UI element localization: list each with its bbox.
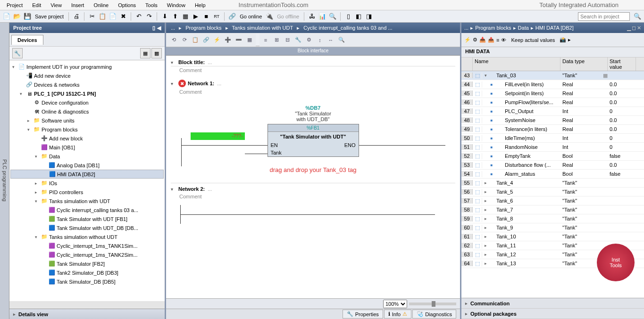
bc-cyclic[interactable]: Cyclic interrupt_calling tanks 03 and ..…: [303, 25, 392, 31]
net2-expand[interactable]: ▾: [171, 187, 178, 192]
tree-item[interactable]: ➕Add new block: [10, 134, 164, 143]
unassigned-tag[interactable]: -???-: [191, 132, 245, 140]
keep-actual-label[interactable]: Keep actual values: [508, 37, 558, 43]
compile-icon[interactable]: ▦: [181, 12, 190, 21]
grid-row[interactable]: 53⬚■Disturbance flow (...Real0.0: [461, 161, 644, 170]
block-title-expand[interactable]: ▾: [171, 60, 178, 65]
cut-icon[interactable]: ✂: [87, 12, 97, 21]
minimize-icon[interactable]: ▁: [627, 25, 631, 31]
grid-row[interactable]: 44⬚■FillLevel(in liters)Real0.0: [461, 80, 644, 89]
tree-item[interactable]: ▾📁Data: [10, 152, 164, 161]
grid-row[interactable]: 52⬚■EmptyTankBoolfalse: [461, 152, 644, 161]
cross-ref-icon[interactable]: 📊: [318, 12, 327, 21]
diagnostics-tab[interactable]: 🩺Diagnostics: [412, 310, 456, 319]
tree-item[interactable]: 🛠Online & diagnostics: [10, 107, 164, 116]
tree-item[interactable]: 🟦HMI DATA [DB2]: [10, 170, 164, 179]
tree-item[interactable]: ▾📁Program blocks: [10, 125, 164, 134]
grid2-icon[interactable]: ▩: [151, 48, 162, 58]
properties-tab[interactable]: 🔧Properties: [343, 310, 383, 319]
grid-row[interactable]: 47⬚■PLC_OutputInt0: [461, 107, 644, 116]
et-icon[interactable]: ≡: [261, 35, 270, 45]
grid-row[interactable]: 57⬚▸Tank_6"Tank": [461, 196, 644, 205]
snapshot-icon[interactable]: 📸: [560, 37, 566, 43]
menu-project[interactable]: Project: [2, 1, 27, 9]
download-icon[interactable]: ⬇: [160, 12, 169, 21]
grid1-icon[interactable]: ▦: [140, 48, 151, 58]
tree-item[interactable]: 📲Add new device: [10, 71, 164, 80]
fb-instance-box[interactable]: %FB1 "Tank Simulator with UDT" EN ENO Ta…: [268, 124, 359, 157]
zoom-select[interactable]: 100%: [383, 300, 407, 308]
tree-item[interactable]: ▸📁IOs: [10, 179, 164, 188]
rt-icon[interactable]: 📥: [479, 37, 486, 43]
menu-online[interactable]: Online: [89, 1, 113, 9]
grid-row[interactable]: 55⬚▸Tank_4"Tank": [461, 179, 644, 188]
collapse-icon[interactable]: ▯: [152, 25, 155, 31]
rt-icon[interactable]: ⚙: [473, 37, 477, 43]
tree-item[interactable]: ▾📁Tanks simulation with UDT: [10, 196, 164, 205]
network-view-icon[interactable]: 🔧: [12, 48, 23, 58]
split-icon[interactable]: ▯: [343, 12, 353, 21]
info-tab[interactable]: ℹInfo⚠: [384, 310, 411, 319]
tree-item[interactable]: 🟦Tank2 Simulator_DB [DB3]: [10, 268, 164, 277]
tree-item[interactable]: 🟦Tank Simulator_DB [DB5]: [10, 277, 164, 286]
et-icon[interactable]: ⟲: [169, 35, 178, 45]
et-icon[interactable]: ⟳: [180, 35, 189, 45]
new-project-icon[interactable]: 📄: [2, 12, 11, 21]
paste-icon[interactable]: 📄: [108, 12, 117, 21]
layout2-icon[interactable]: ◨: [364, 12, 374, 21]
layout1-icon[interactable]: ◧: [354, 12, 363, 21]
et-icon[interactable]: ↔: [326, 35, 335, 45]
go-online-icon[interactable]: 🔗: [227, 12, 237, 21]
go-online-label[interactable]: Go online: [238, 14, 264, 19]
grid-row[interactable]: 56⬚▸Tank_5"Tank": [461, 188, 644, 196]
copy-icon[interactable]: 📋: [98, 12, 107, 21]
menu-help[interactable]: Help: [190, 1, 210, 9]
tree-item[interactable]: 🟪Main [OB1]: [10, 143, 164, 152]
accessible-icon[interactable]: 🖧: [307, 12, 317, 21]
block-interface-bar[interactable]: Block interface: [166, 47, 460, 56]
et-icon[interactable]: ⊟: [283, 35, 292, 45]
communication-tab[interactable]: ▸Communication: [461, 298, 644, 309]
rt-icon[interactable]: 📤: [488, 37, 494, 43]
et-icon[interactable]: 🔧: [293, 35, 303, 45]
grid-row[interactable]: 46⬚■PumpFlow(liters/se...Real0.0: [461, 98, 644, 107]
rt-icon[interactable]: ⚡: [464, 37, 471, 43]
find-icon[interactable]: 🔍: [328, 12, 337, 21]
et-icon[interactable]: ⚡: [212, 35, 222, 45]
bc-tanks-udt[interactable]: Tanks simulation with UDT: [232, 25, 293, 31]
stop-icon[interactable]: ■: [201, 12, 211, 21]
open-project-icon[interactable]: 📂: [12, 12, 22, 21]
tree-item[interactable]: 🟩Tank Simulator with UDT [FB1]: [10, 214, 164, 223]
editor-body[interactable]: ▾ Block title: ... Comment ▾ ✖ Network 1…: [166, 56, 460, 298]
bc-program-blocks[interactable]: Program blocks: [185, 25, 221, 31]
tree-item[interactable]: ▸📁Software units: [10, 116, 164, 125]
menu-insert[interactable]: Insert: [67, 1, 89, 9]
tank-pin[interactable]: Tank: [271, 150, 282, 155]
rt-icon[interactable]: 👁: [501, 37, 506, 43]
et-icon[interactable]: ⚙: [304, 35, 314, 45]
tree-item[interactable]: 🟪Cyclic interrupt_calling tanks 03 a...: [10, 205, 164, 214]
grid-row[interactable]: 54⬚■Alarm_statusBoolfalse: [461, 170, 644, 179]
tree-item[interactable]: 🟩Tank Simulator [FB2]: [10, 259, 164, 268]
grid-row[interactable]: 50⬚■IdleTime(ms)Int0: [461, 134, 644, 143]
tree-item[interactable]: ▸📁PID controllers: [10, 188, 164, 196]
tree-item[interactable]: ⚙Device configuration: [10, 98, 164, 107]
block-comment[interactable]: Comment: [171, 66, 455, 74]
et-icon[interactable]: ➖: [234, 35, 243, 45]
rbc-data[interactable]: Data: [518, 25, 529, 31]
grid-row[interactable]: 61⬚▸Tank_10"Tank": [461, 232, 644, 241]
net2-comment[interactable]: Comment: [171, 193, 455, 200]
grid-row[interactable]: 45⬚■Setpoint(in liters)Real0.0: [461, 89, 644, 98]
upload-icon[interactable]: ⬆: [170, 12, 180, 21]
rbc-hmidata[interactable]: HMI DATA [DB2]: [535, 25, 574, 31]
save-icon[interactable]: 💾: [23, 12, 32, 21]
et-icon[interactable]: 🔗: [201, 35, 211, 45]
et-icon[interactable]: ➕: [223, 35, 233, 45]
grid-row[interactable]: 48⬚■SystemNoiseReal0.0: [461, 116, 644, 125]
delete-icon[interactable]: ✖: [118, 12, 128, 21]
tree-item[interactable]: 🔗Devices & networks: [10, 80, 164, 89]
search-go-icon[interactable]: 🔍: [633, 12, 642, 21]
redo-icon[interactable]: ↷: [144, 12, 154, 21]
menu-options[interactable]: Options: [113, 1, 141, 9]
grid-row[interactable]: 49⬚■Tolerance(in liters)Real0.0: [461, 125, 644, 134]
